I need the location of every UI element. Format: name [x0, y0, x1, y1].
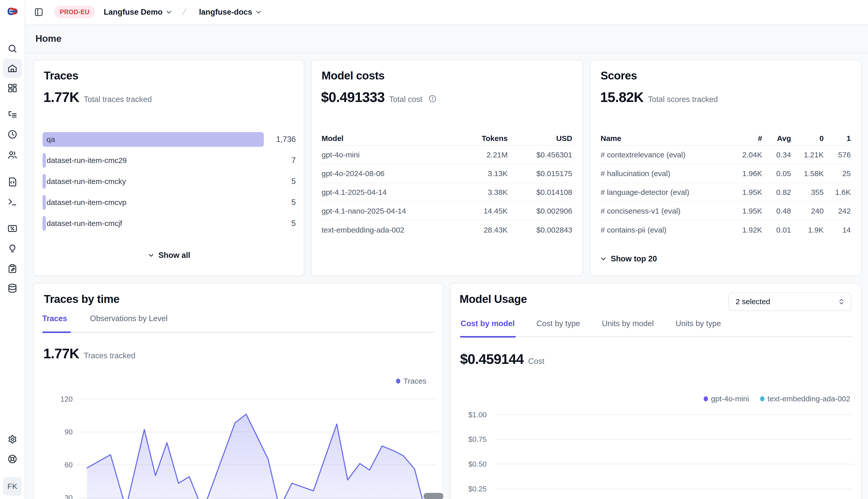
dashboards-icon[interactable] — [7, 83, 18, 94]
users-icon[interactable] — [7, 149, 18, 160]
datasets-clipboard-icon[interactable] — [7, 263, 18, 274]
tab-observations-by-level[interactable]: Observations by Level — [90, 314, 168, 330]
model-usage-card: Model Usage 2 selected Cost by model Cos… — [450, 283, 861, 499]
settings-gear-icon[interactable] — [7, 434, 18, 445]
model-usage-metric: $0.459144 Cost — [460, 351, 544, 367]
trace-count: 5 — [292, 195, 296, 210]
org-name: Langfuse Demo — [104, 8, 163, 17]
cell-value: 1.58K — [791, 169, 824, 178]
support-lifebuoy-icon[interactable] — [7, 453, 18, 465]
evaluation-percent-icon[interactable] — [7, 223, 18, 234]
cell-value: 0.01 — [762, 226, 791, 234]
table-row: # contextrelevance (eval)2.04K0.341.21K5… — [601, 146, 851, 165]
metric-value: 15.82K — [600, 89, 643, 105]
card-title: Model Usage — [460, 293, 527, 305]
cell-value: $0.002906 — [508, 207, 572, 215]
trace-count: 5 — [292, 174, 296, 189]
sessions-clock-icon[interactable] — [7, 129, 18, 140]
trace-list-item[interactable]: dataset-run-item-cmcjf5 — [43, 216, 296, 231]
trace-name: dataset-run-item-cmc29 — [47, 153, 127, 168]
cell-value: $0.014108 — [508, 188, 572, 197]
chevron-down-icon — [147, 252, 155, 259]
cell-name: # hallucination (eval) — [601, 169, 732, 178]
card-title: Traces — [44, 69, 78, 82]
show-top-20-button[interactable]: Show top 20 — [591, 254, 861, 264]
table-row: gpt-4o-2024-08-063.13K$0.015175 — [322, 165, 572, 183]
annotation-lightbulb-icon[interactable] — [7, 243, 18, 254]
cell-value: 1.96K — [732, 169, 762, 178]
tab-units-by-type[interactable]: Units by type — [676, 319, 721, 335]
cell-value: 1.21K — [791, 150, 824, 159]
active-tab-underline — [460, 336, 516, 338]
ytick-30: 30 — [45, 493, 73, 499]
show-top-20-label: Show top 20 — [611, 254, 657, 264]
home-icon[interactable] — [3, 59, 22, 78]
ytick-0.75: $0.75 — [459, 435, 487, 444]
avatar[interactable]: FK — [3, 477, 22, 496]
scores-card: Scores 15.82K Total scores tracked Name#… — [590, 60, 861, 276]
tab-divider — [460, 336, 853, 337]
table-row: # conciseness-v1 (eval)1.95K0.48240242 — [601, 202, 851, 221]
info-icon[interactable] — [428, 95, 437, 104]
card-title: Traces by time — [44, 293, 119, 305]
cell-name: # contextrelevance (eval) — [601, 150, 732, 159]
chevron-down-icon — [255, 8, 262, 16]
ytick-90: 90 — [45, 427, 73, 437]
model-selector[interactable]: 2 selected — [728, 293, 851, 311]
cell-name: Name — [601, 134, 732, 143]
table-row: gpt-4.1-nano-2025-04-1414.45K$0.002906 — [322, 202, 572, 221]
org-switcher[interactable]: Langfuse Demo — [104, 8, 173, 17]
traces-metric: 1.77K Total traces tracked — [43, 89, 152, 105]
topbar: PROD-EU Langfuse Demo langfuse-docs — [25, 0, 868, 25]
show-all-button[interactable]: Show all — [34, 251, 304, 260]
trace-list-item[interactable]: dataset-run-item-cmcky5 — [43, 174, 296, 189]
gridline-0.75 — [496, 439, 853, 439]
search-icon[interactable] — [7, 43, 18, 54]
traces-by-time-tabs: Traces Observations by Level — [42, 314, 168, 330]
tracing-icon[interactable] — [7, 109, 18, 120]
cell-value: 1.6K — [824, 188, 851, 197]
tab-traces[interactable]: Traces — [42, 314, 67, 330]
cell-value: $0.456301 — [508, 150, 572, 159]
cell-name: # conciseness-v1 (eval) — [601, 207, 732, 215]
trace-list-item[interactable]: qa1,736 — [43, 132, 296, 147]
prompts-icon[interactable] — [7, 177, 18, 187]
playground-terminal-icon[interactable] — [7, 196, 18, 207]
project-switcher[interactable]: langfuse-docs — [199, 8, 262, 17]
page-title: Home — [35, 33, 61, 44]
table-header-row: Name#Avg01 — [601, 132, 851, 146]
project-name: langfuse-docs — [199, 8, 252, 17]
model-selector-value: 2 selected — [736, 297, 770, 306]
tab-cost-by-type[interactable]: Cost by type — [537, 319, 580, 335]
sidebar-toggle-icon[interactable] — [33, 7, 44, 18]
metric-value: $0.491333 — [321, 89, 385, 105]
cell-value: 0.48 — [762, 207, 791, 215]
table-row: gpt-4.1-2025-04-143.38K$0.014108 — [322, 183, 572, 202]
card-title: Model costs — [322, 69, 385, 82]
traces-by-time-card: Traces by time Traces Observations by Le… — [33, 283, 443, 499]
cell-name: gpt-4o-mini — [322, 150, 444, 159]
cell-value: 0 — [791, 134, 824, 143]
trace-name: qa — [47, 132, 55, 147]
tab-cost-by-model[interactable]: Cost by model — [461, 319, 515, 335]
chart-legend: gpt-4o-mini text-embedding-ada-002 — [704, 394, 850, 403]
cell-name: text-embedding-ada-002 — [322, 226, 444, 234]
cell-value: 1.95K — [732, 207, 762, 215]
legend-item-traces: Traces — [396, 377, 426, 385]
database-icon[interactable] — [7, 283, 18, 294]
cell-name: gpt-4.1-nano-2025-04-14 — [322, 207, 444, 215]
trace-name: dataset-run-item-cmcjf — [47, 216, 122, 231]
cell-name: # language-detector (eval) — [601, 188, 732, 197]
trace-list-item[interactable]: dataset-run-item-cmcvp5 — [43, 195, 296, 210]
table-header-row: ModelTokensUSD — [322, 132, 572, 146]
trace-bar — [43, 153, 46, 168]
tab-units-by-model[interactable]: Units by model — [602, 319, 654, 335]
traces-by-time-metric: 1.77K Traces tracked — [43, 345, 135, 362]
trace-list-item[interactable]: dataset-run-item-cmc297 — [43, 153, 296, 168]
metric-label: Total scores tracked — [648, 95, 718, 104]
scores-table: Name#Avg01# contextrelevance (eval)2.04K… — [601, 132, 851, 239]
cell-value: 25 — [824, 169, 851, 178]
cell-value: 14 — [824, 226, 851, 234]
ytick-1.00: $1.00 — [459, 410, 487, 419]
horizontal-scrollbar-thumb[interactable] — [424, 493, 443, 499]
